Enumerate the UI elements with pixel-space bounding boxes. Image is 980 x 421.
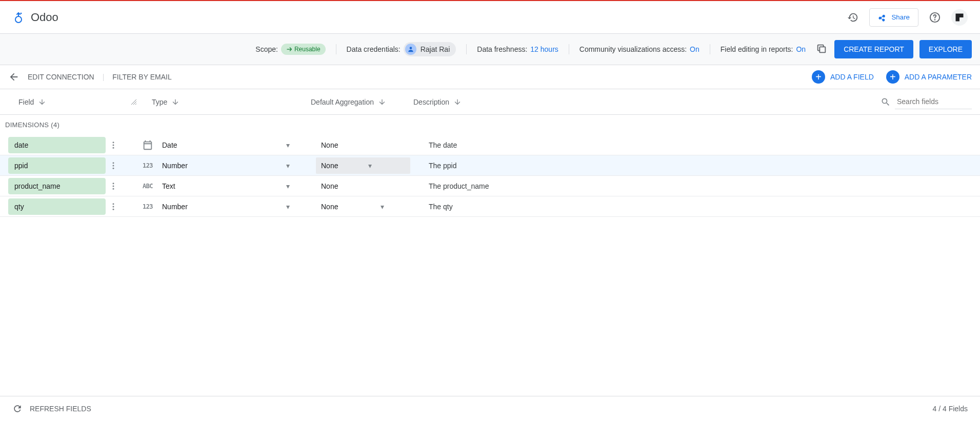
table-header: Field Type Default Aggregation Descripti… (0, 89, 980, 115)
description-cell: The product_name (418, 182, 489, 190)
table-row: date Date ▾ None The date (0, 135, 980, 155)
description-cell: The date (418, 141, 457, 149)
svg-rect-5 (819, 47, 825, 52)
help-icon[interactable] (925, 7, 945, 28)
scope-info: Scope: Reusable (251, 44, 329, 55)
dimensions-section-header: DIMENSIONS (4) (0, 115, 980, 135)
aggregation-cell: None (316, 137, 418, 153)
number-icon: 123 (142, 201, 154, 213)
svg-point-1 (21, 12, 22, 14)
type-cell[interactable]: ABC Text ▾ (142, 180, 316, 192)
svg-point-11 (113, 167, 114, 169)
action-bar: EDIT CONNECTION | FILTER BY EMAIL + ADD … (0, 65, 980, 89)
description-cell: The ppid (418, 162, 456, 170)
type-label: Number (162, 162, 278, 170)
svg-point-6 (113, 142, 114, 143)
credentials-user-chip[interactable]: Rajat Rai (404, 42, 456, 56)
header: Odoo Share (0, 1, 980, 34)
chevron-down-icon[interactable]: ▾ (368, 162, 377, 170)
field-chip[interactable]: qty (8, 198, 106, 215)
chevron-down-icon[interactable]: ▾ (286, 141, 295, 149)
type-cell[interactable]: 123 Number ▾ (142, 159, 316, 172)
table-row: ppid 123 Number ▾ None ▾ The ppid (0, 155, 980, 176)
col-desc-label[interactable]: Description (413, 98, 449, 106)
plus-icon: + (812, 70, 825, 84)
edit-connection-link[interactable]: EDIT CONNECTION (28, 73, 94, 81)
copy-icon[interactable] (816, 43, 828, 55)
field-chip[interactable]: ppid (8, 157, 106, 174)
svg-point-7 (113, 144, 114, 146)
col-type-label[interactable]: Type (152, 98, 167, 106)
row-menu-icon[interactable] (109, 141, 121, 150)
aggregation-value: None (316, 178, 410, 194)
share-label: Share (891, 13, 910, 21)
row-menu-icon[interactable] (109, 182, 121, 191)
svg-point-8 (113, 147, 114, 148)
share-button[interactable]: Share (869, 8, 918, 27)
field-chip[interactable]: date (8, 137, 106, 153)
svg-point-14 (113, 188, 114, 189)
svg-point-15 (113, 203, 114, 205)
add-field-button[interactable]: + ADD A FIELD (812, 70, 874, 84)
number-icon: 123 (142, 159, 154, 172)
type-cell[interactable]: Date ▾ (142, 139, 316, 151)
search-input[interactable] (895, 94, 972, 109)
aggregation-cell[interactable]: None ▾ (316, 157, 418, 174)
calendar-icon (142, 139, 154, 151)
chevron-down-icon[interactable]: ▾ (286, 182, 295, 190)
sort-arrow-icon[interactable] (171, 98, 179, 106)
chevron-down-icon[interactable]: ▾ (286, 203, 295, 211)
info-bar: Scope: Reusable Data credentials: Rajat … (0, 34, 980, 65)
svg-point-10 (113, 165, 114, 166)
row-menu-icon[interactable] (109, 161, 121, 170)
explore-button[interactable]: EXPLORE (919, 40, 972, 58)
svg-point-16 (113, 206, 114, 207)
col-field-label[interactable]: Field (18, 98, 34, 106)
app-logo-icon (12, 11, 25, 24)
svg-point-13 (113, 185, 114, 187)
sort-arrow-icon[interactable] (378, 98, 386, 106)
history-icon[interactable] (843, 7, 863, 28)
viz-access-info[interactable]: Community visualizations access: On (575, 45, 704, 53)
create-report-button[interactable]: CREATE REPORT (834, 40, 913, 58)
search-icon[interactable] (881, 97, 891, 107)
type-cell[interactable]: 123 Number ▾ (142, 201, 316, 213)
filter-by-email-link[interactable]: FILTER BY EMAIL (112, 73, 171, 81)
svg-point-4 (409, 47, 412, 49)
table-row: product_name ABC Text ▾ None The product… (0, 176, 980, 196)
aggregation-value: None (316, 198, 381, 215)
plus-icon: + (886, 70, 899, 84)
aggregation-cell[interactable]: None ▾ (316, 198, 418, 215)
svg-point-17 (113, 208, 114, 210)
aggregation-value: None (316, 137, 410, 153)
svg-point-3 (935, 19, 935, 20)
col-agg-label[interactable]: Default Aggregation (311, 98, 374, 106)
sort-arrow-icon[interactable] (453, 98, 462, 106)
type-label: Text (162, 182, 278, 190)
field-chip[interactable]: product_name (8, 178, 106, 194)
sort-arrow-icon[interactable] (38, 98, 46, 106)
chevron-down-icon[interactable]: ▾ (381, 203, 390, 211)
table-row: qty 123 Number ▾ None ▾ The qty (0, 196, 980, 217)
user-avatar[interactable] (951, 9, 968, 26)
add-parameter-button[interactable]: + ADD A PARAMETER (886, 70, 972, 84)
user-icon (405, 44, 416, 55)
field-edit-info[interactable]: Field editing in reports: On (716, 45, 810, 53)
aggregation-cell: None (316, 178, 418, 194)
app-title: Odoo (31, 11, 58, 24)
row-menu-icon[interactable] (109, 202, 121, 211)
type-label: Number (162, 203, 278, 211)
text-icon: ABC (142, 180, 154, 192)
aggregation-value: None (316, 157, 410, 174)
svg-point-9 (113, 162, 114, 164)
credentials-info: Data credentials: Rajat Rai (343, 42, 461, 56)
type-label: Date (162, 141, 278, 149)
svg-point-12 (113, 183, 114, 184)
description-cell: The qty (418, 203, 453, 211)
scope-chip[interactable]: Reusable (281, 44, 326, 55)
resize-handle-icon[interactable] (131, 99, 136, 105)
chevron-down-icon[interactable]: ▾ (286, 162, 295, 170)
svg-point-0 (15, 16, 22, 23)
freshness-info[interactable]: Data freshness: 12 hours (473, 45, 563, 53)
back-arrow-icon[interactable] (8, 71, 19, 83)
